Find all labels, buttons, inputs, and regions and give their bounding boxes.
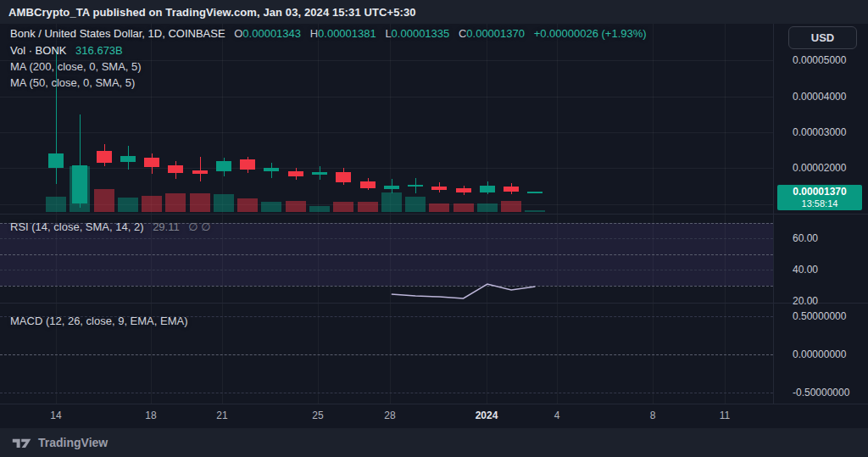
axis-tick-label: 0.50000000 [793,310,846,322]
price-scale[interactable]: USD 0.000050000.000040000.000030000.0000… [773,24,868,404]
tradingview-logo-icon[interactable] [12,436,32,450]
symbol-description: Bonk / United States Dollar, 1D, COINBAS… [10,27,225,40]
countdown-timer: 13:58:14 [802,198,838,209]
low-value: 0.00001335 [392,27,450,40]
last-price-badge: 0.00001370 13:58:14 [777,185,862,210]
volume-label: Vol · BONK [10,44,66,57]
high-value: 0.00001381 [318,27,376,40]
axis-tick-label: 0.00002000 [793,162,846,174]
chart-area[interactable]: Bonk / United States Dollar, 1D, COINBAS… [0,24,868,404]
volume-value: 316.673B [75,44,123,57]
ma50-label: MA (50, close, 0, SMA, 5) [10,76,135,89]
close-value: 0.00001370 [466,27,525,40]
axis-tick-label: 20.00 [793,295,818,307]
footer-bar: TradingView [0,428,868,457]
axis-tick-label: 0.00005000 [793,54,846,66]
low-key: L [385,27,391,40]
pane-separator [0,214,868,215]
pane-separator [0,303,868,304]
open-value: 0.00001343 [242,27,301,40]
rsi-null-values: ∅ ∅ [188,220,210,233]
tradingview-brand-label[interactable]: TradingView [38,436,108,449]
ma200-legend-row[interactable]: MA (200, close, 0, SMA, 5) [10,60,142,73]
change-value: +0.00000026 (+1.93%) [534,27,647,40]
axis-tick-label: 0.00003000 [793,126,846,138]
time-tick-label: 8 [650,410,656,421]
time-scale[interactable]: 141821252820244811 [0,404,868,428]
rsi-label: RSI (14, close, SMA, 14, 2) [10,220,144,233]
time-tick-label: 21 [216,410,227,421]
tradingview-published-chart: AMBCrypto_TA published on TradingView.co… [0,0,868,457]
axis-tick-label: -0.50000000 [793,387,849,398]
axis-tick-label: 0.00000000 [793,348,846,360]
axis-tick-label: 40.00 [793,264,818,276]
rsi-legend-row[interactable]: RSI (14, close, SMA, 14, 2) 29.11 ∅ ∅ [10,220,211,233]
time-tick-label: 2024 [476,410,498,421]
symbol-legend-row[interactable]: Bonk / United States Dollar, 1D, COINBAS… [10,27,647,40]
ma50-legend-row[interactable]: MA (50, close, 0, SMA, 5) [10,76,135,89]
ma200-label: MA (200, close, 0, SMA, 5) [10,60,142,73]
time-tick-label: 11 [720,410,730,421]
currency-toggle-button[interactable]: USD [788,26,857,49]
time-tick-label: 18 [145,410,156,421]
time-tick-label: 25 [312,410,323,421]
open-key: O [234,27,242,40]
high-key: H [310,27,318,40]
last-price: 0.00001370 [793,186,846,198]
time-tick-label: 4 [554,410,560,421]
time-tick-label: 28 [384,410,395,421]
macd-legend-row[interactable]: MACD (12, 26, close, 9, EMA, EMA) [10,315,188,327]
rsi-value: 29.11 [153,220,180,233]
time-tick-label: 14 [50,410,61,421]
volume-legend-row[interactable]: Vol · BONK 316.673B [10,44,123,57]
axis-tick-label: 60.00 [793,232,818,244]
macd-label: MACD (12, 26, close, 9, EMA, EMA) [10,315,188,327]
axis-tick-label: 0.00004000 [793,91,846,103]
close-key: C [459,27,466,40]
